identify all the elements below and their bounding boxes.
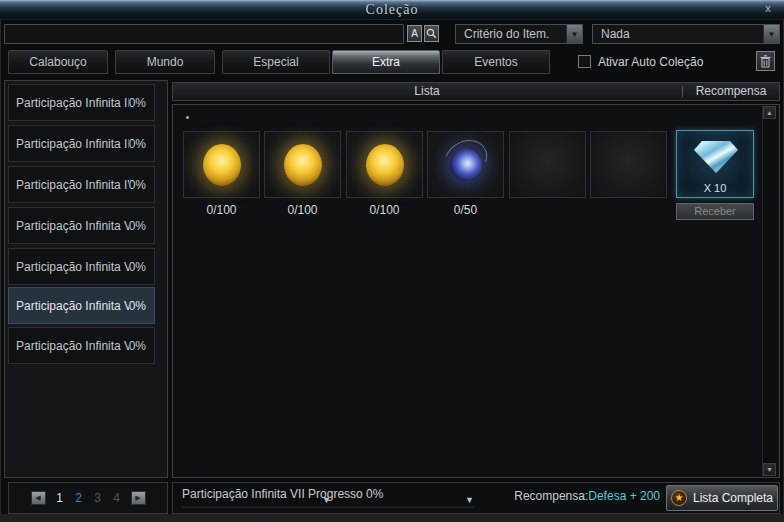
- gold-orb-icon: [366, 144, 404, 186]
- main-header: Lista Recompensa: [172, 82, 780, 101]
- sidebar-item-infinita-iv[interactable]: Participação Infinita IV 0%: [8, 166, 155, 203]
- page-1[interactable]: 1: [55, 491, 65, 505]
- filter-dropdown[interactable]: Nada ▼: [592, 24, 780, 44]
- item-slot[interactable]: [427, 131, 504, 198]
- sidebar-item-percent: 0%: [129, 219, 154, 233]
- sidebar-item-infinita-v[interactable]: Participação Infinita V 0%: [8, 207, 155, 244]
- slot-count: 0/100: [183, 203, 260, 217]
- pagination: ◀ 1 2 3 4 ▶: [8, 482, 168, 514]
- grid-scrollbar[interactable]: [762, 105, 777, 477]
- empty-slot[interactable]: [590, 131, 667, 198]
- sidebar-item-percent: 0%: [129, 299, 154, 313]
- gold-orb-icon: [203, 144, 241, 186]
- tab-mundo[interactable]: Mundo: [115, 50, 215, 74]
- reward-quantity: X 10: [677, 182, 753, 194]
- sidebar-item-infinita-iii[interactable]: Participação Infinita III 0%: [8, 125, 155, 162]
- item-slot[interactable]: [346, 131, 423, 198]
- diamond-icon: [694, 139, 738, 173]
- close-icon[interactable]: x: [761, 1, 775, 15]
- sidebar-item-label: Participação Infinita VI: [9, 260, 129, 274]
- page-2-current[interactable]: 2: [74, 491, 84, 505]
- auto-collect-label: Ativar Auto Coleção: [598, 55, 703, 69]
- sidebar-item-percent: 0%: [129, 137, 154, 151]
- trash-button[interactable]: [756, 51, 775, 71]
- tab-calabouco[interactable]: Calabouço: [8, 50, 108, 74]
- sidebar-item-label: Participação Infinita IV: [9, 178, 129, 192]
- tab-extra[interactable]: Extra: [332, 50, 440, 74]
- item-slot[interactable]: [264, 131, 341, 198]
- sidebar-item-percent: 0%: [129, 260, 154, 274]
- auto-collect-checkbox[interactable]: [578, 55, 591, 68]
- reward-slot[interactable]: X 10: [676, 130, 754, 198]
- search-icon: [426, 28, 437, 39]
- gold-orb-icon: [284, 144, 322, 186]
- bottom-strip: [0, 514, 784, 522]
- reward-value: Defesa + 200: [588, 489, 660, 503]
- blue-sphere-icon: [450, 149, 482, 181]
- sidebar-item-label: Participação Infinita VII: [9, 339, 129, 353]
- sidebar-item-percent: 0%: [129, 339, 154, 353]
- title-bar: Coleção x: [0, 0, 784, 20]
- complete-list-button[interactable]: ★ Lista Completa: [666, 485, 778, 511]
- prev-page-icon[interactable]: ◀: [31, 491, 46, 505]
- slot-count: 0/100: [264, 203, 341, 217]
- window-title: Coleção: [0, 0, 784, 20]
- complete-list-label: Lista Completa: [693, 491, 773, 505]
- page-3[interactable]: 3: [93, 491, 103, 505]
- footer-reward: Recompensa:Defesa + 200: [350, 489, 660, 503]
- sidebar-item-label: Participação Infinita III: [9, 137, 129, 151]
- reward-header: Recompensa: [683, 83, 779, 100]
- sidebar-item-infinita-vii-2[interactable]: Participação Infinita VII 0%: [8, 327, 155, 364]
- progress-marker-icon: ▼: [322, 495, 331, 505]
- slot-count: 0/100: [346, 203, 423, 217]
- next-page-icon[interactable]: ▶: [131, 491, 146, 505]
- chevron-down-icon[interactable]: ▼: [763, 25, 779, 43]
- bullet-dot: [186, 116, 189, 119]
- sidebar-item-infinita-vii-selected[interactable]: Participação Infinita VII 0%: [8, 287, 155, 324]
- font-button[interactable]: A: [407, 25, 422, 42]
- sidebar-item-label: Participação Infinita V: [9, 219, 129, 233]
- item-criteria-dropdown[interactable]: Critério do Item. ▼: [455, 24, 583, 44]
- tab-especial[interactable]: Especial: [222, 50, 330, 74]
- filter-value: Nada: [593, 25, 763, 43]
- sidebar-item-percent: 0%: [129, 96, 154, 110]
- trash-icon: [760, 55, 771, 68]
- page-4[interactable]: 4: [112, 491, 122, 505]
- list-header: Lista: [173, 83, 681, 100]
- item-criteria-value: Critério do Item.: [456, 25, 566, 43]
- search-button[interactable]: [424, 25, 439, 42]
- scroll-up-icon[interactable]: ▲: [763, 106, 776, 119]
- claim-button[interactable]: Receber: [676, 203, 754, 220]
- sidebar-item-infinita-vi[interactable]: Participação Infinita VI 0%: [8, 248, 155, 285]
- empty-slot[interactable]: [509, 131, 586, 198]
- item-slot[interactable]: [183, 131, 260, 198]
- search-input[interactable]: [4, 24, 404, 44]
- reward-label: Recompensa:: [514, 489, 588, 503]
- sidebar-item-label: Participação Infinita VII: [9, 299, 129, 313]
- sidebar-item-label: Participação Infinita II: [9, 96, 129, 110]
- chevron-down-icon[interactable]: ▼: [566, 25, 582, 43]
- star-icon: ★: [671, 490, 687, 506]
- slot-count: 0/50: [427, 203, 504, 217]
- sidebar-item-infinita-ii[interactable]: Participação Infinita II 0%: [8, 84, 155, 121]
- sidebar-item-percent: 0%: [129, 178, 154, 192]
- tab-eventos[interactable]: Eventos: [442, 50, 550, 74]
- scroll-down-icon[interactable]: ▼: [763, 463, 776, 476]
